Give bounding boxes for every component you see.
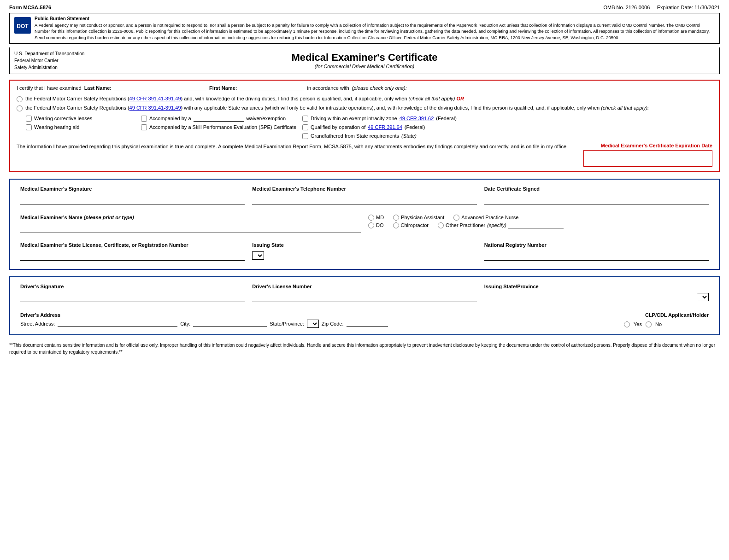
cred-pa: Physician Assistant (393, 215, 444, 221)
driver-issuing-state-label: Issuing State/Province (484, 284, 709, 289)
cred-apn-radio[interactable] (453, 215, 459, 221)
expiry-date-input[interactable] (584, 151, 712, 166)
driver-lic-col: Driver's License Number (248, 282, 480, 306)
examiner-date-line (484, 193, 709, 204)
cred-do: DO (368, 222, 384, 228)
addr-fields: Street Address: City: State/Province: Zi… (20, 320, 617, 328)
footer-note: **This document contains sensitive infor… (9, 342, 720, 356)
dot-gov-icon: DOT (14, 17, 31, 34)
driver-addr-col: Driver's Address Street Address: City: S… (17, 310, 620, 330)
examiner-tel-col: Medical Examiner's Telephone Number (248, 184, 480, 208)
burden-title: Public Burden Statement (35, 16, 715, 21)
agency-name: U.S. Department of Transportation (14, 50, 189, 57)
examiner-sig-label: Medical Examiner's Signature (20, 186, 245, 192)
street-input[interactable] (58, 321, 177, 327)
cb-accompanied-waiver[interactable] (141, 116, 147, 122)
regulation-radio-2[interactable] (17, 105, 23, 111)
examiner-state-select[interactable] (252, 251, 264, 260)
cert-subtitle: (for Commercial Driver Medical Certifica… (189, 64, 540, 69)
examiner-name-label: Medical Examiner's Name (please print or… (20, 215, 361, 220)
first-name-input[interactable] (240, 85, 304, 91)
cred-other-radio[interactable] (438, 222, 444, 228)
cb-grandfathered[interactable] (302, 133, 308, 139)
or-text: OR (457, 96, 464, 101)
cred-md: MD (368, 215, 384, 221)
checkbox-corrective-lenses: Wearing corrective lenses (26, 116, 136, 122)
cb-corrective-lenses[interactable] (26, 116, 32, 122)
form-number: Form MCSA-5876 (9, 5, 51, 10)
cb-qualified-operation[interactable] (302, 124, 308, 130)
examiner-sig-col: Medical Examiner's Signature (17, 184, 248, 208)
driver-addr-state-select[interactable] (307, 320, 319, 328)
checkbox-hearing-aid: Wearing hearing aid (26, 124, 136, 130)
driver-sig-line (20, 291, 245, 302)
examiner-name-col: Medical Examiner's Name (please print or… (17, 213, 364, 237)
agency-info: U.S. Department of Transportation Federa… (14, 50, 189, 71)
accord-italic: (please check only one): (352, 85, 407, 91)
cdl-label: CLP/CDL Applicant/Holder (624, 312, 709, 318)
other-practitioner-input[interactable] (508, 222, 564, 228)
examiner-tel-label: Medical Examiner's Telephone Number (252, 186, 476, 192)
cred-md-radio[interactable] (368, 215, 374, 221)
credentials-row-1: MD Physician Assistant Advanced Practice… (368, 215, 709, 221)
city-input[interactable] (193, 321, 267, 327)
cdl-row: Yes No (624, 321, 709, 327)
driver-sig-col: Driver's Signature (17, 282, 248, 306)
cb-spe[interactable] (141, 124, 147, 130)
checkbox-accompanied-waiver: Accompanied by a waiver/exemption (141, 116, 298, 122)
cfr-391-62-link[interactable]: 49 CFR 391.62 (400, 116, 434, 121)
driver-addr-label: Driver's Address (20, 312, 617, 318)
omb-info: OMB No. 2126-0006 Expiration Date: 11/30… (603, 5, 720, 10)
svg-text:DOT: DOT (17, 23, 29, 29)
examiner-date-label: Date Certificate Signed (484, 186, 709, 192)
examiner-sig-line (20, 193, 245, 204)
regulation-radio-1[interactable] (17, 96, 23, 102)
last-name-label: Last Name: (84, 85, 112, 91)
cred-chiro-radio[interactable] (393, 222, 399, 228)
cb-exempt-intracity[interactable] (302, 116, 308, 122)
driver-state-select[interactable] (697, 293, 709, 301)
accord-text: in accordance with (307, 85, 349, 91)
yes-label: Yes (634, 321, 642, 327)
examiner-issuing-state-label: Issuing State (252, 242, 476, 248)
cred-apn: Advanced Practice Nurse (453, 215, 518, 221)
reg2-link[interactable]: 49 CFR 391.41-391.49 (129, 105, 181, 111)
cred-pa-radio[interactable] (393, 215, 399, 221)
cert-title: Medical Examiner's Certificate (189, 52, 540, 64)
burden-text: A Federal agency may not conduct or spon… (35, 22, 715, 41)
certify-line: I certify that I have examined Last Name… (17, 85, 712, 91)
checkbox-spe: Accompanied by a Skill Performance Evalu… (141, 124, 298, 130)
driver-sig-label: Driver's Signature (20, 284, 245, 289)
examiner-date-col: Date Certificate Signed (481, 184, 712, 208)
expiry-date-box[interactable] (583, 150, 712, 167)
zip-input[interactable] (347, 321, 388, 327)
form-header: Form MCSA-5876 OMB No. 2126-0006 Expirat… (9, 5, 720, 10)
first-name-label: First Name: (209, 85, 237, 91)
credentials-row-2: DO Chiropractor Other Practitioner (spec… (368, 222, 709, 228)
no-label: No (655, 321, 662, 327)
examiner-credentials-col: MD Physician Assistant Advanced Practice… (364, 213, 712, 237)
examiner-tel-line (252, 193, 476, 204)
cfr-391-64-link[interactable]: 49 CFR 391.64 (368, 124, 402, 130)
reg1-link[interactable]: 49 CFR 391.41-391.49 (129, 96, 181, 101)
last-name-input[interactable] (114, 85, 206, 91)
examiner-lic-label: Medical Examiner's State License, Certif… (20, 242, 245, 248)
state-label: State/Province: (270, 321, 304, 327)
checkbox-exempt-intracity: Driving within an exempt intracity zone … (302, 116, 712, 122)
waiver-input[interactable] (194, 116, 244, 122)
agency-sub2: Safety Administration (14, 64, 189, 71)
expiry-label: Medical Examiner's Certificate Expiratio… (583, 143, 712, 148)
expiry-right: Medical Examiner's Certificate Expiratio… (583, 143, 712, 167)
checkbox-grandfathered: Grandfathered from State requirements (S… (302, 133, 712, 139)
cred-do-radio[interactable] (368, 222, 374, 228)
cb-hearing-aid[interactable] (26, 124, 32, 130)
street-label: Street Address: (20, 321, 55, 327)
driver-section: Driver's Signature Driver's License Numb… (9, 276, 720, 335)
driver-cdl-col: CLP/CDL Applicant/Holder Yes No (620, 310, 712, 329)
public-burden-box: DOT Public Burden Statement A Federal ag… (9, 13, 720, 44)
examiner-lic-line (20, 250, 245, 261)
info-text: The information I have provided regardin… (17, 143, 583, 151)
cdl-yes-radio[interactable] (624, 321, 630, 327)
regulation-row-2: the Federal Motor Carrier Safety Regulat… (17, 104, 712, 112)
cdl-no-radio[interactable] (646, 321, 652, 327)
